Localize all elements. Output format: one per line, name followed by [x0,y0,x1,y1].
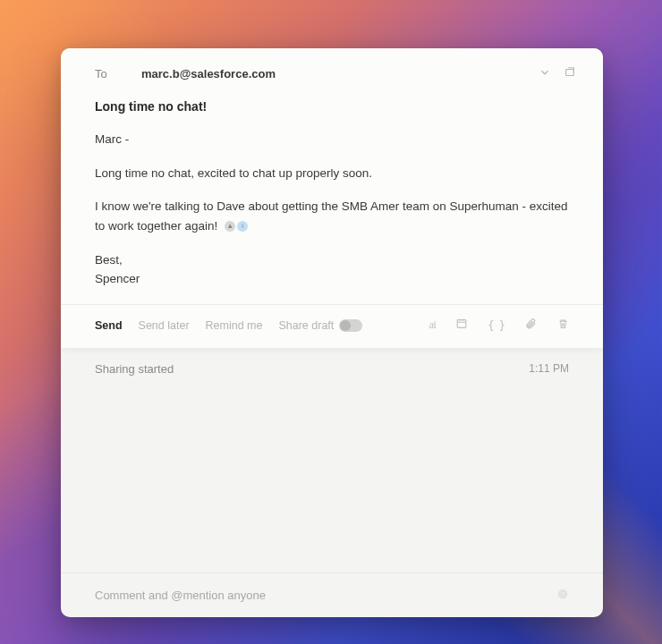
share-draft-label: Share draft [278,319,334,332]
ai-icon[interactable]: ai [429,318,437,332]
to-field-row: To marc.b@salesforce.com [61,48,603,92]
svg-rect-0 [566,70,574,76]
signature-name: Spencer [95,270,569,288]
action-bar-left: Send Send later Remind me Share draft [95,319,362,332]
share-draft-control[interactable]: Share draft [278,319,362,332]
send-later-button[interactable]: Send later [139,319,190,332]
info-badge-icon: i [237,221,248,232]
activity-timestamp: 1:11 PM [529,362,569,375]
body-paragraph-1: Long time no chat, excited to chat up pr… [95,164,569,183]
chevron-down-icon[interactable] [539,66,551,81]
snippet-icon[interactable]: { } [488,319,505,332]
attachment-icon[interactable] [524,318,538,334]
inline-indicator-badges: ▲ i [225,221,248,232]
share-draft-toggle[interactable] [339,319,362,332]
to-actions [539,66,576,81]
remind-me-button[interactable]: Remind me [206,319,263,332]
svg-text:?: ? [561,591,564,597]
comment-input[interactable]: Comment and @mention anyone [95,589,556,602]
to-recipient[interactable]: marc.b@salesforce.com [141,67,539,80]
body-paragraph-2: I know we're talking to Dave about getti… [95,197,569,235]
body-greeting: Marc - [95,130,569,149]
comment-bar[interactable]: Comment and @mention anyone ? [61,572,603,617]
email-compose-window: To marc.b@salesforce.com Long time no ch… [61,48,603,617]
trash-icon[interactable] [557,318,569,333]
popout-icon[interactable] [564,66,576,81]
activity-label: Sharing started [95,362,529,376]
subject-field[interactable]: Long time no chat! [61,92,603,123]
action-bar-right: ai { } [429,318,569,334]
compose-action-bar: Send Send later Remind me Share draft ai… [61,304,603,348]
lock-badge-icon: ▲ [225,221,235,232]
signature-block: Best, Spencer [95,251,569,288]
activity-row: Sharing started 1:11 PM [61,348,603,385]
send-button[interactable]: Send [95,319,123,332]
email-body[interactable]: Marc - Long time no chat, excited to cha… [61,123,603,304]
svg-rect-1 [458,320,467,328]
activity-feed-area [61,385,603,572]
signature-closing: Best, [95,251,569,269]
compose-card: To marc.b@salesforce.com Long time no ch… [61,48,603,348]
help-icon[interactable]: ? [556,588,569,603]
calendar-icon[interactable] [455,318,468,333]
to-label: To [95,67,141,80]
